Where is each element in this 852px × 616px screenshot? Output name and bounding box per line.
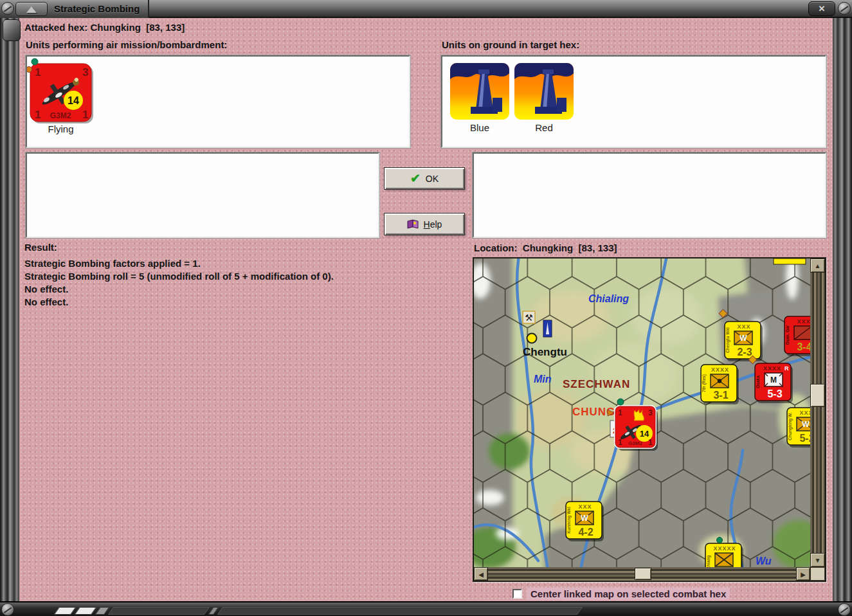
window-frame-right [833, 18, 852, 601]
location-label: Location: Chungking [83, 133] [474, 242, 617, 253]
help-button-label: Help [424, 219, 442, 230]
counter-bottom-right: 1 [82, 109, 88, 121]
city-label-chengtu: Chengtu [523, 346, 567, 358]
unit-caption: Blue [450, 122, 509, 133]
map-counter-7th-res[interactable]: XXXX 3-1 7th (Res) [701, 365, 739, 404]
svg-text:4-2: 4-2 [578, 527, 593, 538]
hex-map[interactable]: ⚒ Chialing Chengtu Min SZECHWAN CHUNGKIN… [474, 258, 810, 567]
map-hscrollbar[interactable]: ◀ ▶ [474, 567, 810, 581]
industry-unit-red[interactable] [514, 63, 574, 120]
region-label-szechwan: SZECHWAN [563, 378, 630, 390]
screw-icon [838, 603, 851, 616]
center-map-option: Center linked map on selected combat hex [512, 588, 730, 600]
svg-text:⚒: ⚒ [525, 313, 533, 323]
shade-button[interactable] [15, 2, 48, 16]
mine-icon: ⚒ [523, 311, 535, 323]
help-button[interactable]: Help [384, 213, 465, 235]
air-units-listbox[interactable]: 1 3 14 1 G3M2 1 Flying [26, 55, 410, 148]
screw-icon [1, 603, 14, 616]
river-label-chialing: Chialing [588, 293, 629, 304]
svg-text:R: R [784, 365, 789, 372]
map-counter-chiang[interactable]: XXXXX chiang [705, 543, 743, 567]
check-icon: ✔ [410, 172, 421, 185]
svg-text:1: 1 [648, 438, 653, 447]
svg-text:Osak. Gar: Osak. Gar [785, 325, 790, 345]
right-arrow-icon: ▶ [801, 571, 806, 578]
map-vscrollbar[interactable]: ▲ ▼ [810, 258, 825, 567]
svg-text:W: W [802, 420, 810, 429]
map-counter-chungking-w[interactable]: XXX W 5-2 Chungking W. [787, 408, 810, 448]
river-label-min: Min [534, 374, 552, 385]
map-counter-chengtu-wkl[interactable]: XXX W 2-3 Chengtu Wkl [725, 322, 763, 361]
center-map-checkbox[interactable] [512, 589, 522, 599]
scroll-left-button[interactable]: ◀ [474, 567, 488, 581]
status-dot-orange [27, 67, 32, 73]
frame-hinge [3, 19, 21, 41]
svg-text:W: W [581, 514, 588, 523]
svg-text:14: 14 [640, 429, 649, 439]
counter-top-left: 1 [35, 66, 41, 78]
river-label-wu: Wu [756, 556, 772, 566]
svg-text:G3M2: G3M2 [628, 440, 642, 446]
svg-text:1: 1 [618, 438, 622, 447]
map-counter-osaka[interactable]: XXXX R M 5-3 Osaka [755, 363, 793, 403]
screw-icon [838, 2, 851, 15]
svg-text:Osaka: Osaka [756, 376, 760, 388]
svg-text:XXX: XXX [799, 410, 810, 416]
svg-text:XXXX: XXXX [763, 365, 781, 372]
app-window: Strategic Bombing ✕ Attacked hex: Chungk… [0, 0, 852, 616]
status-dot-green [32, 59, 38, 65]
ok-button-label: OK [426, 174, 439, 184]
result-line: No effect. [24, 296, 68, 309]
strength-badge-value: 14 [68, 95, 79, 106]
svg-text:XXXXX: XXXXX [713, 545, 736, 552]
map-counter-osaka-gar[interactable]: XXX 3-4 Osak. Gar [784, 316, 810, 356]
unit-caption: Flying [30, 123, 91, 134]
svg-text:W: W [739, 334, 747, 343]
ground-units-listbox[interactable]: Blue Red [441, 55, 826, 148]
left-arrow-icon: ◀ [478, 571, 484, 578]
scroll-right-button[interactable]: ▶ [796, 567, 810, 581]
svg-text:XXX: XXX [578, 503, 592, 510]
close-icon: ✕ [819, 4, 826, 14]
svg-text:Chengtu Wkl: Chengtu Wkl [725, 327, 730, 353]
result-label: Result: [24, 242, 57, 253]
status-dot-green [617, 399, 624, 405]
svg-text:Chungking W.: Chungking W. [788, 412, 793, 440]
book-icon [407, 219, 419, 229]
down-arrow-icon: ▼ [815, 557, 821, 564]
counter-designation: G3M2 [50, 111, 71, 120]
industry-unit-blue[interactable] [450, 63, 509, 120]
hscroll-thumb[interactable] [635, 568, 651, 580]
close-button[interactable]: ✕ [808, 1, 835, 16]
svg-text:3: 3 [648, 408, 653, 417]
scrollbar-corner [810, 567, 825, 581]
window-title: Strategic Bombing [54, 3, 140, 14]
vscroll-thumb[interactable] [810, 384, 825, 407]
map-counter-kunming-wkl[interactable]: XXX W 4-2 Kunming Wkl [566, 502, 604, 541]
result-line: Strategic Bombing factors applied = 1. [24, 257, 201, 270]
scroll-down-button[interactable]: ▼ [810, 553, 825, 567]
map-viewport[interactable]: ⚒ Chialing Chengtu Min SZECHWAN CHUNGKIN… [474, 258, 810, 567]
svg-text:3-4: 3-4 [797, 341, 810, 352]
screw-icon [1, 2, 14, 15]
left-empty-listbox[interactable] [26, 152, 379, 238]
up-arrow-icon: ▲ [815, 262, 821, 269]
unit-caption: Red [514, 122, 574, 133]
center-map-checkbox-label: Center linked map on selected combat hex [527, 588, 730, 600]
right-empty-listbox[interactable] [473, 152, 826, 238]
svg-text:XXXX: XXXX [711, 367, 729, 373]
monument-icon [543, 320, 552, 337]
city-dot [527, 334, 537, 343]
shade-icon [26, 6, 37, 13]
bottombar-decoration [57, 606, 584, 613]
svg-text:chiang: chiang [706, 555, 711, 567]
ok-button[interactable]: ✔ OK [384, 167, 465, 190]
window-bottombar [0, 601, 852, 616]
result-line: Strategic Bombing roll = 5 (unmodified r… [24, 270, 334, 283]
window-frame-left [0, 18, 19, 601]
scroll-up-button[interactable]: ▲ [810, 258, 825, 273]
linked-map[interactable]: ⚒ Chialing Chengtu Min SZECHWAN CHUNGKIN… [473, 257, 826, 582]
ground-units-label: Units on ground in target hex: [442, 39, 579, 50]
svg-text:1: 1 [618, 408, 622, 417]
